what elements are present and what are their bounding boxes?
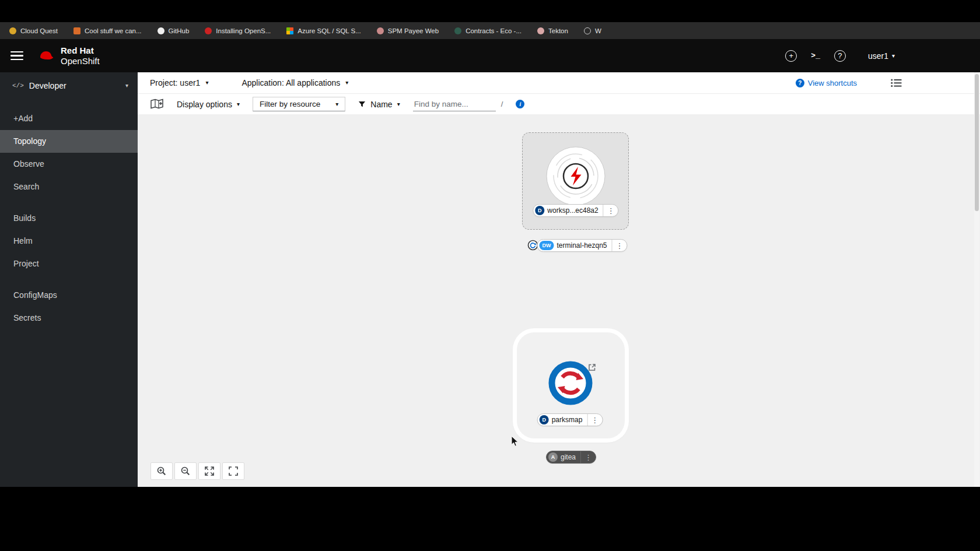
- nav-list: +Add Topology Observe Search Builds Helm…: [0, 107, 138, 329]
- view-shortcuts-link[interactable]: ? View shortcuts: [796, 79, 857, 87]
- terminal-node-label[interactable]: DW terminal-hezqn5 ⋮: [537, 239, 627, 252]
- screen: Cloud Quest Cool stuff we can... GitHub …: [0, 0, 980, 551]
- display-options-dropdown[interactable]: Display options ▾: [177, 100, 240, 109]
- user-menu-label: user1: [868, 51, 888, 61]
- bookmark-favicon: [9, 27, 16, 34]
- quick-search-icon[interactable]: [150, 99, 164, 110]
- brand-line2: OpenShift: [61, 56, 100, 66]
- bookmark-cool-stuff[interactable]: Cool stuff we can...: [74, 27, 142, 34]
- kebab-menu-icon[interactable]: ⋮: [612, 240, 627, 251]
- bookmark-label: Contracts - Eco -...: [466, 27, 522, 34]
- vertical-scrollbar: [974, 72, 979, 487]
- brand-line1: Red Hat: [61, 45, 100, 55]
- tekton-icon: [537, 27, 544, 34]
- kebab-menu-icon[interactable]: ⋮: [580, 451, 596, 463]
- bookmark-label: Cool stuff we can...: [85, 27, 142, 34]
- code-icon: </>: [12, 82, 24, 89]
- deployment-badge: D: [540, 415, 549, 424]
- view-shortcuts-label: View shortcuts: [808, 79, 857, 87]
- kebab-menu-icon[interactable]: ⋮: [603, 205, 618, 216]
- sidebar-item-project[interactable]: Project: [0, 252, 138, 275]
- list-view-toggle-icon[interactable]: [891, 79, 902, 87]
- mouse-cursor: [511, 436, 519, 447]
- quick-create-icon[interactable]: +: [785, 50, 797, 62]
- scrollbar-thumb[interactable]: [975, 74, 979, 211]
- project-selector[interactable]: Project: user1 ▾: [150, 78, 208, 87]
- bookmark-label: Tekton: [548, 27, 568, 34]
- slash-shortcut-hint: /: [501, 100, 503, 108]
- context-bar: Project: user1 ▾ Application: All applic…: [138, 72, 980, 94]
- info-icon[interactable]: i: [516, 100, 524, 108]
- deployment-badge: D: [535, 206, 544, 215]
- globe-icon: [584, 27, 591, 34]
- bookmark-favicon: [454, 27, 461, 34]
- brand-logo: Red Hat OpenShift: [36, 45, 100, 66]
- sidebar-item-search[interactable]: Search: [0, 176, 138, 198]
- sidebar-item-topology[interactable]: Topology: [0, 130, 138, 153]
- bookmark-label: Azure SQL / SQL S...: [298, 27, 360, 34]
- name-filter-dropdown[interactable]: Name ▾: [358, 100, 400, 109]
- caret-down-icon: ▾: [397, 101, 400, 107]
- bookmark-cloud-quest[interactable]: Cloud Quest: [9, 27, 58, 34]
- masthead-actions: + >_ ? user1 ▾: [785, 50, 895, 62]
- parksmap-node-label[interactable]: D parksmap ⋮: [537, 413, 603, 426]
- github-icon: [158, 27, 164, 34]
- terminal-label-text: terminal-hezqn5: [556, 241, 611, 250]
- sidebar-item-observe[interactable]: Observe: [0, 153, 138, 176]
- workspace-node-label[interactable]: D worksp...ec48a2 ⋮: [533, 204, 618, 217]
- bookmark-tekton[interactable]: Tekton: [537, 27, 568, 34]
- caret-down-icon: ▾: [335, 101, 338, 107]
- fit-to-screen-button[interactable]: [198, 462, 220, 480]
- web-terminal-icon[interactable]: >_: [811, 50, 820, 62]
- hamburger-menu-icon[interactable]: [10, 51, 23, 61]
- zoom-out-button[interactable]: [174, 462, 197, 480]
- gitea-node-label[interactable]: A gitea ⋮: [546, 451, 596, 464]
- topology-canvas[interactable]: D worksp...ec48a2 ⋮ DW terminal-hezqn5 ⋮: [138, 115, 980, 487]
- caret-down-icon: ▾: [892, 53, 895, 59]
- sidebar-item-secrets[interactable]: Secrets: [0, 307, 138, 329]
- sidebar-item-configmaps[interactable]: ConfigMaps: [0, 284, 138, 307]
- devworkspace-badge: DW: [539, 241, 554, 250]
- filter-by-resource-label: Filter by resource: [260, 100, 320, 108]
- bookmark-installing-openshift[interactable]: Installing OpenS...: [205, 27, 271, 34]
- project-selector-label: Project: user1: [150, 78, 200, 87]
- zoom-in-button[interactable]: [150, 462, 173, 480]
- sidebar-item-builds[interactable]: Builds: [0, 207, 138, 230]
- openshift-icon: [205, 27, 212, 34]
- help-icon[interactable]: ?: [834, 50, 846, 62]
- bookmark-label: W: [595, 27, 601, 34]
- redhat-hat-icon: [36, 48, 56, 64]
- application-badge: A: [548, 452, 558, 462]
- bookmark-w[interactable]: W: [584, 27, 601, 34]
- parksmap-logo-icon[interactable]: [548, 360, 593, 406]
- parksmap-label-text: parksmap: [552, 416, 587, 424]
- perspective-label: Developer: [29, 81, 66, 90]
- find-by-name-input[interactable]: [413, 97, 496, 111]
- window-bottom-bar: [0, 487, 980, 551]
- topology-controls: [150, 462, 244, 480]
- masthead: Red Hat OpenShift + >_ ? user1 ▾: [0, 39, 980, 72]
- bookmark-azure-sql[interactable]: Azure SQL / SQL S...: [286, 27, 360, 34]
- help-circle-icon: ?: [796, 79, 804, 87]
- workspace-lightning-icon[interactable]: [545, 146, 606, 206]
- bookmark-github[interactable]: GitHub: [158, 27, 190, 34]
- application-selector[interactable]: Application: All applications ▾: [242, 78, 348, 87]
- fullscreen-button[interactable]: [222, 462, 244, 480]
- open-url-icon[interactable]: [588, 363, 596, 374]
- bookmark-contracts[interactable]: Contracts - Eco -...: [454, 27, 522, 34]
- user-menu[interactable]: user1 ▾: [868, 51, 895, 61]
- caret-down-icon: ▾: [345, 80, 348, 86]
- bookmarks-bar: Cloud Quest Cool stuff we can... GitHub …: [0, 22, 980, 39]
- workspace-label-text: worksp...ec48a2: [547, 206, 603, 215]
- caret-down-icon: ▾: [205, 80, 208, 86]
- filter-by-resource-select[interactable]: Filter by resource ▾: [253, 97, 345, 111]
- filter-funnel-icon: [358, 101, 366, 108]
- application-selector-label: Application: All applications: [242, 78, 340, 87]
- kebab-menu-icon[interactable]: ⋮: [587, 414, 602, 426]
- sidebar-item-add[interactable]: +Add: [0, 107, 138, 130]
- bookmark-spm-payee[interactable]: SPM Payee Web: [377, 27, 439, 34]
- chevron-down-icon: ▾: [125, 83, 128, 89]
- bookmark-label: GitHub: [169, 27, 190, 34]
- sidebar-item-helm[interactable]: Helm: [0, 230, 138, 252]
- perspective-switcher[interactable]: </> Developer ▾: [0, 72, 138, 99]
